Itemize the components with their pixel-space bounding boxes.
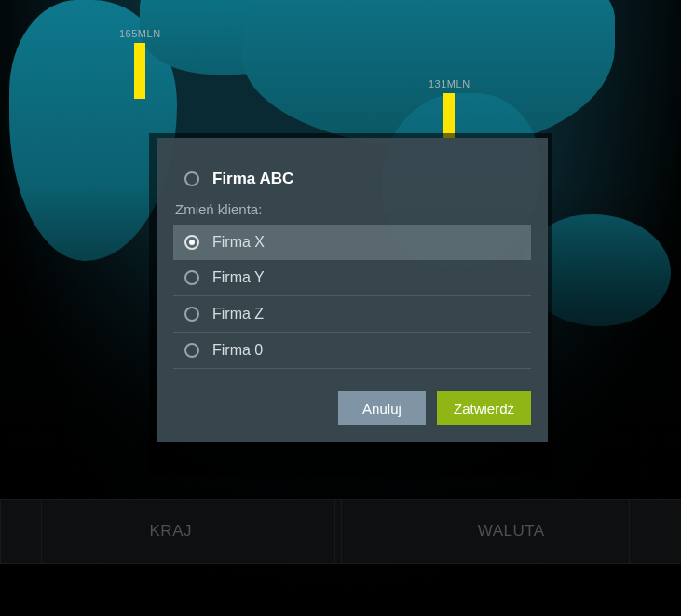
marker-bar	[443, 93, 455, 138]
client-option[interactable]: Firma X	[173, 225, 531, 260]
current-client-row[interactable]: Firma ABC	[173, 162, 531, 201]
change-client-modal: Firma ABC Zmień klienta: Firma X Firma Y…	[157, 138, 548, 442]
map-marker: 165MLN	[119, 28, 161, 99]
modal-caption: Zmień klienta:	[173, 201, 531, 225]
marker-bar	[134, 43, 145, 99]
bottom-tabs: KRAJ WALUTA	[0, 499, 681, 564]
tab-label: KRAJ	[150, 522, 192, 541]
modal-actions: Anuluj Zatwierdź	[173, 369, 531, 425]
client-option-label: Firma 0	[212, 342, 263, 359]
confirm-button[interactable]: Zatwierdź	[437, 391, 531, 425]
radio-icon	[184, 171, 199, 186]
client-option-label: Firma Y	[212, 269, 265, 286]
radio-icon	[184, 343, 199, 358]
tab-country[interactable]: KRAJ	[0, 500, 341, 563]
cancel-button[interactable]: Anuluj	[338, 391, 426, 425]
tab-label: WALUTA	[478, 522, 545, 541]
marker-label: 131MLN	[429, 78, 470, 89]
tab-currency[interactable]: WALUTA	[341, 500, 682, 563]
radio-icon	[184, 307, 199, 322]
map-marker: 131MLN	[429, 78, 470, 138]
client-option[interactable]: Firma Y	[173, 260, 531, 296]
client-option-label: Firma X	[212, 234, 265, 251]
client-option[interactable]: Firma 0	[173, 333, 531, 369]
client-option-label: Firma Z	[212, 306, 264, 322]
radio-icon	[184, 235, 199, 250]
current-client-label: Firma ABC	[212, 170, 293, 188]
client-option[interactable]: Firma Z	[173, 296, 531, 333]
radio-icon	[184, 270, 199, 285]
marker-label: 165MLN	[119, 28, 161, 39]
